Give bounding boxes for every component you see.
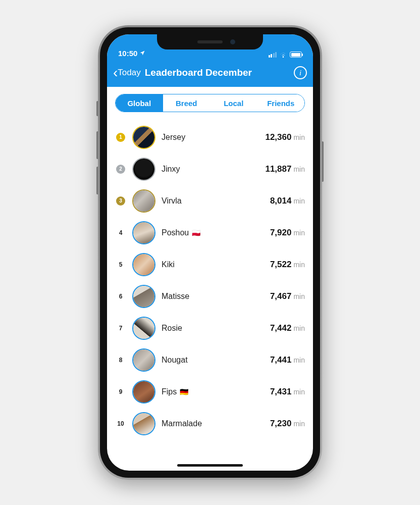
- minutes-value: 7,442min: [270, 323, 305, 333]
- minutes-value: 7,522min: [270, 260, 305, 270]
- tab-global[interactable]: Global: [116, 94, 163, 112]
- front-camera: [230, 39, 235, 44]
- unit-label: min: [293, 165, 305, 173]
- unit-label: min: [293, 197, 305, 205]
- unit-label: min: [293, 229, 305, 237]
- rank-badge: 8: [115, 357, 126, 364]
- unit-label: min: [293, 388, 305, 396]
- tab-friends[interactable]: Friends: [257, 94, 305, 112]
- avatar: [132, 412, 155, 435]
- avatar: [132, 221, 155, 244]
- pet-name: Poshou🇵🇱: [162, 228, 264, 237]
- info-icon: i: [299, 69, 301, 77]
- rank-badge: 3: [115, 196, 126, 206]
- minutes-value: 7,920min: [270, 228, 305, 238]
- leaderboard-row[interactable]: 2Jinxy11,887min: [115, 153, 305, 185]
- leaderboard-row[interactable]: 9Fips🇩🇪7,431min: [115, 376, 305, 408]
- medal-gold-icon: 1: [116, 133, 125, 142]
- phone-bezel: 10:50: [100, 27, 320, 478]
- status-time: 10:50: [118, 49, 137, 58]
- battery-icon: [290, 52, 302, 58]
- unit-label: min: [293, 292, 305, 300]
- status-right: [210, 52, 302, 58]
- tab-local[interactable]: Local: [210, 94, 257, 112]
- leaderboard-list[interactable]: 1Jersey12,360min2Jinxy11,887min3Virvla8,…: [107, 117, 313, 454]
- pet-name: Jinxy: [162, 165, 259, 174]
- back-label: Today: [118, 68, 140, 78]
- minutes-value: 7,230min: [270, 419, 305, 429]
- rank-badge: 10: [115, 420, 126, 427]
- avatar: [132, 380, 155, 403]
- minutes-value: 11,887min: [265, 164, 305, 174]
- leaderboard-row[interactable]: 3Virvla8,014min: [115, 185, 305, 217]
- unit-label: min: [293, 261, 305, 269]
- rank-badge: 1: [115, 133, 126, 142]
- minutes-value: 8,014min: [270, 196, 305, 206]
- nav-bar: ‹ Today Leaderboard December i: [107, 59, 313, 87]
- medal-bronze-icon: 3: [116, 196, 125, 206]
- avatar: [132, 189, 155, 213]
- volume-up-button: [96, 131, 98, 159]
- flag-icon: 🇵🇱: [192, 229, 200, 237]
- rank-badge: 9: [115, 388, 126, 395]
- location-arrow-icon: [139, 49, 145, 58]
- signal-icon: [269, 52, 277, 58]
- tab-breed[interactable]: Breed: [163, 94, 211, 112]
- home-indicator[interactable]: [177, 464, 243, 467]
- back-button[interactable]: ‹ Today: [113, 66, 141, 80]
- avatar: [132, 158, 155, 181]
- minutes-value: 12,360min: [265, 132, 305, 142]
- pet-name: Marmalade: [162, 419, 264, 428]
- minutes-value: 7,467min: [270, 291, 305, 301]
- rank-badge: 7: [115, 325, 126, 332]
- speaker: [197, 40, 223, 43]
- status-left: 10:50: [118, 49, 210, 58]
- notch: [157, 34, 263, 49]
- avatar: [132, 126, 155, 149]
- unit-label: min: [293, 133, 305, 141]
- medal-silver-icon: 2: [116, 165, 125, 174]
- minutes-value: 7,441min: [270, 355, 305, 365]
- mute-switch: [96, 101, 98, 116]
- rank-badge: 5: [115, 261, 126, 268]
- leaderboard-row[interactable]: 4Poshou🇵🇱7,920min: [115, 217, 305, 248]
- rank-badge: 4: [115, 229, 126, 236]
- wifi-icon: [279, 52, 287, 58]
- page-title: Leaderboard December: [145, 67, 294, 78]
- stage: 10:50: [0, 0, 420, 505]
- avatar: [132, 317, 155, 340]
- unit-label: min: [293, 324, 305, 332]
- pet-name: Virvla: [162, 196, 264, 206]
- info-button[interactable]: i: [294, 66, 307, 79]
- unit-label: min: [293, 420, 305, 428]
- flag-icon: 🇩🇪: [180, 388, 188, 396]
- leaderboard-row[interactable]: 8Nougat7,441min: [115, 344, 305, 376]
- leaderboard-row[interactable]: 5Kiki7,522min: [115, 248, 305, 280]
- tabs-container: GlobalBreedLocalFriends: [107, 87, 313, 117]
- avatar: [132, 348, 155, 372]
- pet-name: Fips🇩🇪: [162, 387, 264, 396]
- leaderboard-row[interactable]: 1Jersey12,360min: [115, 121, 305, 153]
- unit-label: min: [293, 356, 305, 364]
- volume-down-button: [96, 167, 98, 194]
- chevron-left-icon: ‹: [113, 66, 118, 80]
- screen: 10:50: [107, 34, 313, 471]
- rank-badge: 6: [115, 293, 126, 300]
- pet-name: Nougat: [162, 356, 264, 365]
- rank-badge: 2: [115, 165, 126, 174]
- minutes-value: 7,431min: [270, 387, 305, 397]
- pet-name: Matisse: [162, 292, 264, 301]
- avatar: [132, 253, 155, 276]
- leaderboard-row[interactable]: 10Marmalade7,230min: [115, 408, 305, 439]
- leaderboard-row[interactable]: 6Matisse7,467min: [115, 280, 305, 312]
- pet-name: Jersey: [162, 133, 259, 142]
- phone-frame: 10:50: [98, 25, 322, 480]
- leaderboard-row[interactable]: 7Rosie7,442min: [115, 312, 305, 344]
- segmented-control: GlobalBreedLocalFriends: [115, 94, 305, 112]
- power-button: [322, 141, 324, 182]
- avatar: [132, 285, 155, 308]
- pet-name: Rosie: [162, 324, 264, 333]
- pet-name: Kiki: [162, 260, 264, 269]
